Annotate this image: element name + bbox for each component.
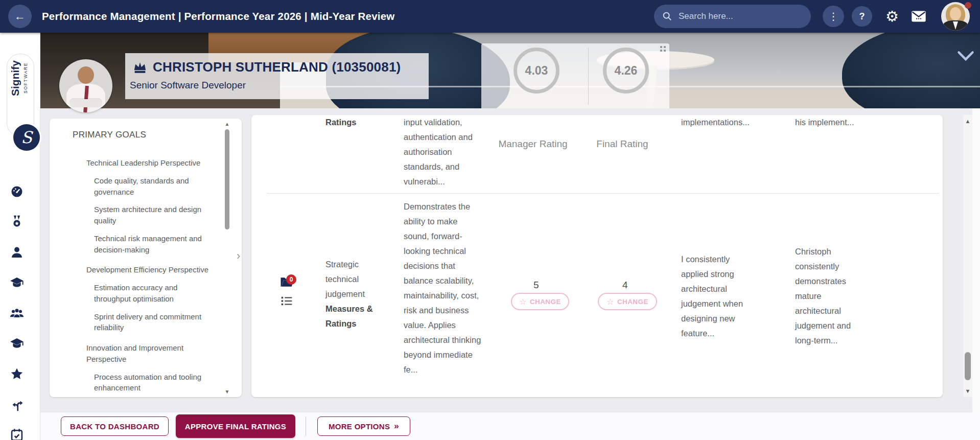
- manager-comment-cell: implementations...: [681, 115, 763, 130]
- nav-schedule[interactable]: [9, 427, 25, 440]
- back-to-dashboard-button[interactable]: BACK TO DASHBOARD: [61, 416, 169, 436]
- manager-rating-value: 4.03: [525, 64, 548, 78]
- final-comment-cell: Christoph consistently demonstrates matu…: [795, 244, 869, 348]
- list-icon[interactable]: [280, 295, 293, 307]
- goal-item[interactable]: Estimation accuracy and throughput optim…: [94, 282, 212, 305]
- more-options-label: MORE OPTIONS: [329, 422, 390, 431]
- final-rating-value: 4.26: [615, 64, 638, 78]
- footer-divider: [306, 416, 306, 436]
- crown-icon: [132, 61, 148, 74]
- avatar-face: [950, 7, 961, 20]
- goal-item[interactable]: Sprint delivery and commitment reliabili…: [94, 311, 212, 334]
- scroll-down-arrow[interactable]: ▼: [224, 389, 230, 395]
- employee-job-title: Senior Software Developer: [130, 80, 246, 91]
- logo-subtext: SOFTWARE: [23, 62, 28, 94]
- directions-icon: [10, 398, 24, 412]
- goal-cell-subtitle: Ratings: [325, 115, 387, 130]
- scroll-up-arrow[interactable]: ▲: [224, 121, 230, 127]
- messages-button[interactable]: [909, 9, 928, 24]
- gauge-icon: [10, 184, 24, 199]
- page-title: Performance Management | Performance Yea…: [42, 0, 394, 33]
- ratings-divider: [588, 48, 589, 105]
- star-outline-icon: ☆: [519, 297, 527, 307]
- medal-icon: [10, 215, 24, 229]
- panel-collapse-handle[interactable]: ›: [237, 249, 240, 263]
- action-bar: BACK TO DASHBOARD APPROVE FINAL RATINGS …: [40, 412, 980, 440]
- nav-achievements[interactable]: [9, 214, 25, 230]
- settings-button[interactable]: ⚙: [883, 7, 901, 26]
- goal-group[interactable]: Innovation and Improvement Perspective: [86, 342, 219, 365]
- collapse-banner-chevron-down-icon[interactable]: [956, 50, 975, 62]
- attachment-count-badge: 0: [286, 274, 296, 285]
- navigation-rail: Signify SOFTWARE S: [0, 33, 40, 440]
- goal-title: Strategic technical judgement: [325, 260, 365, 298]
- manager-rating-label: Manager Rating: [487, 138, 579, 150]
- nav-training[interactable]: [9, 335, 25, 352]
- primary-goals-panel: PRIMARY GOALS Technical Leadership Persp…: [50, 119, 242, 397]
- gear-icon: ⚙: [885, 8, 899, 25]
- change-label: CHANGE: [617, 298, 648, 306]
- goal-group[interactable]: Technical Leadership Perspective: [86, 157, 219, 169]
- description-cell: input validation, authentication and aut…: [404, 115, 483, 189]
- scroll-down-arrow[interactable]: ▼: [963, 388, 972, 394]
- search-bar[interactable]: [654, 5, 811, 28]
- avatar-head: [78, 66, 94, 84]
- description-cell: Demonstrates the ability to make sound, …: [404, 199, 483, 377]
- nav-favorites[interactable]: [9, 366, 25, 382]
- goals-panel-title: PRIMARY GOALS: [73, 130, 146, 140]
- employee-name-panel: CHRISTOPH SUTHERLAND (10350081) Senior S…: [125, 53, 429, 99]
- final-change-button[interactable]: ☆ CHANGE: [598, 293, 657, 310]
- final-rating-label: Final Rating: [576, 138, 668, 150]
- right-edge: [972, 108, 980, 440]
- logo-monogram: S: [13, 124, 40, 151]
- final-comment-cell: his implement...: [795, 115, 872, 130]
- back-button[interactable]: ←: [8, 5, 32, 28]
- approve-final-ratings-button[interactable]: APPROVE FINAL RATINGS: [176, 414, 295, 438]
- goals-tree: Technical Leadership Perspective Code qu…: [50, 148, 242, 393]
- star-icon: [10, 367, 24, 381]
- goal-item[interactable]: Technical risk management and decision-m…: [94, 233, 212, 256]
- graduation-cap-icon: [9, 336, 25, 351]
- search-input[interactable]: [678, 11, 797, 22]
- row-divider: [267, 193, 939, 194]
- nav-dashboard[interactable]: [9, 183, 25, 200]
- goals-scrollbar[interactable]: ▲ ▼: [223, 119, 231, 397]
- employee-avatar[interactable]: [59, 59, 112, 112]
- more-options-button[interactable]: MORE OPTIONS »: [317, 416, 410, 436]
- company-logo[interactable]: Signify SOFTWARE S: [7, 54, 34, 136]
- nav-profile[interactable]: [9, 244, 25, 261]
- nav-career-path[interactable]: [9, 397, 25, 413]
- graduation-cap-icon: [9, 275, 25, 290]
- final-rating-value: 4: [622, 280, 628, 291]
- avatar-arms: [69, 99, 102, 107]
- scroll-thumb[interactable]: [225, 129, 229, 229]
- app-window: ← Performance Management | Performance Y…: [0, 0, 980, 440]
- employee-name: CHRISTOPH SUTHERLAND (10350081): [153, 59, 401, 75]
- notification-dot: [965, 2, 971, 9]
- goal-subtitle: Measures & Ratings: [325, 304, 373, 328]
- goal-item[interactable]: System architecture and design quality: [94, 204, 212, 226]
- person-icon: [10, 245, 24, 260]
- goal-group[interactable]: Development Efficiency Perspective: [86, 264, 219, 275]
- nav-learning[interactable]: [9, 274, 25, 291]
- change-label: CHANGE: [530, 298, 561, 306]
- scroll-thumb[interactable]: [965, 352, 971, 380]
- drag-handle-icon[interactable]: [660, 45, 667, 53]
- mail-icon: [911, 10, 927, 23]
- ratings-table: Ratings input validation, authentication…: [251, 115, 943, 397]
- goal-item[interactable]: Process automation and tooling enhanceme…: [94, 372, 212, 394]
- nav-team[interactable]: [9, 305, 25, 321]
- goal-item[interactable]: Code quality, standards and governance: [94, 175, 212, 198]
- main-scrollbar[interactable]: ▲ ▼: [963, 115, 972, 397]
- calendar-check-icon: [10, 428, 24, 440]
- final-rating-ring: 4.26: [603, 48, 649, 94]
- manager-change-button[interactable]: ☆ CHANGE: [511, 293, 569, 310]
- top-app-bar: ← Performance Management | Performance Y…: [0, 0, 980, 33]
- scroll-up-arrow[interactable]: ▲: [963, 118, 972, 124]
- help-button[interactable]: ?: [852, 6, 872, 27]
- more-menu-button[interactable]: ⋮: [823, 6, 844, 27]
- people-group-icon: [9, 306, 25, 320]
- manager-rating-ring: 4.03: [514, 48, 559, 94]
- question-icon: ?: [859, 11, 865, 22]
- kebab-icon: ⋮: [828, 10, 838, 22]
